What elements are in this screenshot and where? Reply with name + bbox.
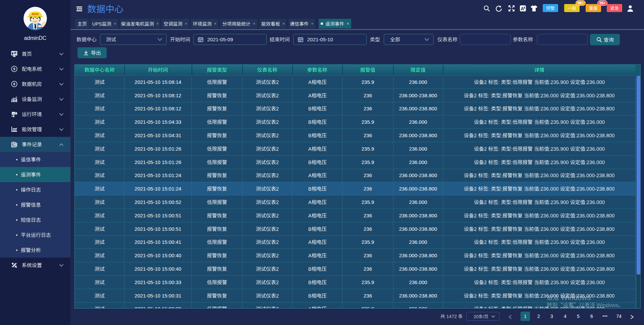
svg-text:Acrel: Acrel xyxy=(32,12,39,15)
svg-text:A: A xyxy=(521,6,524,11)
